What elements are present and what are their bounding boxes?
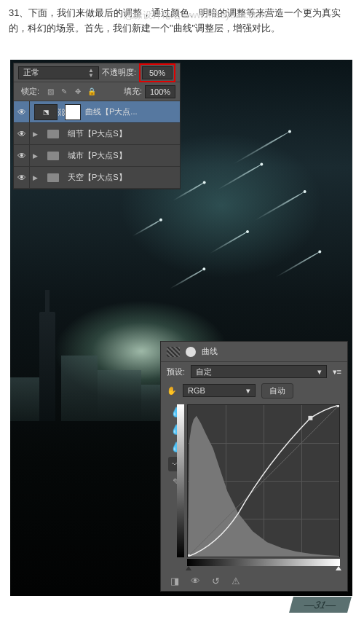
fill-label: 填充:	[124, 86, 142, 97]
curves-panel: 曲线 预设: 自定 ▾ ▾≡ ✋ RGB ▾ 自动 💧 💧 💧 〰 ✎	[160, 341, 348, 592]
curve-line[interactable]	[188, 405, 339, 557]
view-previous-icon[interactable]: 👁	[187, 573, 203, 588]
lock-pixels-icon[interactable]: ✎	[59, 87, 69, 97]
folder-icon	[47, 130, 59, 138]
adjustment-icon	[167, 347, 180, 357]
building	[61, 356, 98, 421]
preset-select[interactable]: 自定 ▾	[191, 365, 327, 378]
output-gradient	[177, 404, 184, 557]
dropdown-icon: ▾	[246, 386, 250, 396]
lock-position-icon[interactable]: ✥	[73, 87, 83, 97]
reset-icon[interactable]: ↺	[207, 573, 223, 588]
layer-folder-city[interactable]: 👁 ▶ 城市【P大点S】	[14, 145, 180, 167]
curve-grid[interactable]	[187, 404, 340, 557]
hand-tool-icon[interactable]: ✋	[167, 386, 177, 396]
dropdown-arrows-icon: ▲▼	[88, 68, 94, 78]
svg-rect-3	[308, 416, 312, 420]
layer-name: 曲线【P大点...	[85, 106, 138, 117]
watermark: 思缘设计论坛 www.missyuan.com	[124, 9, 266, 22]
building	[98, 370, 141, 421]
dropdown-icon: ▾	[317, 367, 322, 377]
preset-value: 自定	[196, 366, 212, 377]
city-silhouette	[10, 290, 185, 421]
preset-label: 预设:	[167, 366, 185, 377]
curve-editor[interactable]	[187, 404, 343, 566]
svg-rect-4	[337, 405, 339, 407]
layer-curves-adjustment[interactable]: 👁 ⬔ ⛓ 曲线【P大点...	[14, 101, 180, 123]
expand-toggle-icon[interactable]: ▶	[33, 152, 43, 160]
layers-panel: 正常 ▲▼ 不透明度: 50% 锁定: ▨ ✎ ✥ 🔒 填充: 100% 👁 ⬔…	[13, 63, 181, 189]
layer-name: 城市【P大点S】	[68, 150, 127, 161]
channel-select[interactable]: RGB ▾	[183, 384, 256, 397]
visibility-toggle-icon[interactable]: 👁	[14, 145, 30, 167]
panel-menu-icon[interactable]: ▾≡	[333, 367, 341, 377]
lock-label: 锁定:	[21, 86, 39, 97]
composite-preview: 正常 ▲▼ 不透明度: 50% 锁定: ▨ ✎ ✥ 🔒 填充: 100% 👁 ⬔…	[10, 60, 352, 596]
svg-line-1	[188, 405, 339, 557]
tower	[39, 312, 55, 421]
expand-toggle-icon[interactable]: ▶	[33, 130, 43, 138]
mask-thumb[interactable]	[65, 104, 81, 120]
visibility-toggle-icon[interactable]: 👁	[14, 167, 30, 189]
page-number: —31—	[289, 597, 351, 613]
building	[10, 377, 39, 421]
layer-name: 细节【P大点S】	[68, 128, 127, 139]
blend-mode-select[interactable]: 正常 ▲▼	[18, 66, 99, 79]
visibility-toggle-icon[interactable]: 👁	[14, 101, 30, 123]
link-icon: ⛓	[58, 108, 63, 117]
mask-icon[interactable]	[186, 347, 196, 357]
lock-transparent-icon[interactable]: ▨	[45, 87, 55, 97]
curves-title: 曲线	[202, 346, 218, 357]
white-point-slider[interactable]	[336, 566, 341, 570]
opacity-label: 不透明度:	[102, 67, 136, 78]
black-point-slider[interactable]	[186, 566, 191, 570]
adjustment-thumb-icon: ⬔	[34, 104, 58, 120]
expand-toggle-icon[interactable]: ▶	[33, 174, 43, 181]
folder-icon	[47, 173, 59, 182]
svg-rect-2	[188, 554, 190, 557]
channel-value: RGB	[188, 386, 205, 395]
opacity-input[interactable]: 50%	[142, 66, 173, 79]
warning-icon: ⚠	[228, 573, 244, 588]
layer-folder-sky[interactable]: 👁 ▶ 天空【P大点S】	[14, 167, 180, 189]
layer-folder-detail[interactable]: 👁 ▶ 细节【P大点S】	[14, 123, 180, 145]
visibility-toggle-icon[interactable]: 👁	[14, 123, 30, 145]
lock-all-icon[interactable]: 🔒	[87, 87, 97, 97]
input-gradient[interactable]	[187, 559, 340, 566]
blend-mode-value: 正常	[23, 67, 39, 78]
layer-name: 天空【P大点S】	[68, 172, 127, 183]
fill-input[interactable]: 100%	[145, 85, 175, 98]
spire	[45, 290, 50, 312]
auto-button[interactable]: 自动	[261, 383, 293, 399]
folder-icon	[47, 152, 59, 160]
opacity-highlight: 50%	[139, 63, 175, 82]
clip-to-layer-icon[interactable]: ◨	[167, 573, 183, 588]
